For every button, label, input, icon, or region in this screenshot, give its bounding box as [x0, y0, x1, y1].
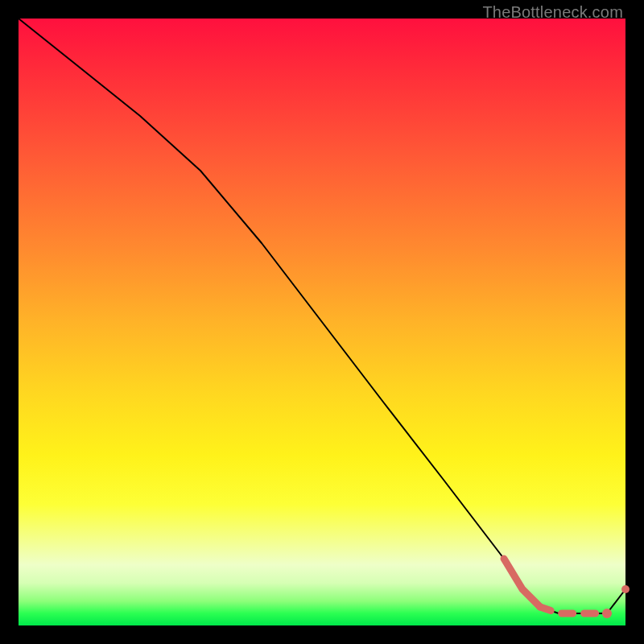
bottleneck-curve-line [19, 19, 625, 613]
highlight-end-dot [602, 609, 612, 618]
chart-svg [19, 19, 625, 625]
curve-end-dot [621, 585, 630, 593]
chart-frame: TheBottleneck.com [0, 0, 644, 644]
highlight-solid-segment [504, 559, 540, 607]
highlight-dashed-segment [540, 607, 607, 613]
